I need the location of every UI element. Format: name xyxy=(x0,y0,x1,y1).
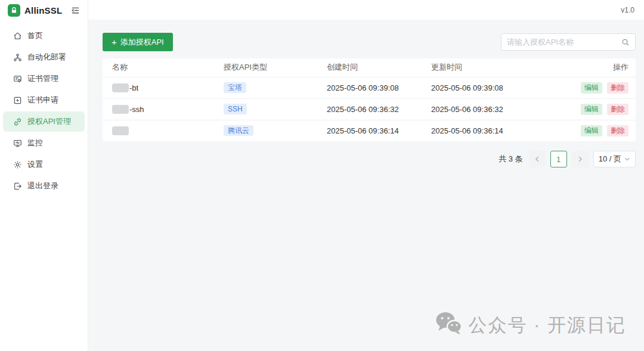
watermark: 公众号 · 开源日记 xyxy=(435,311,626,340)
table-row: -bt 宝塔 2025-05-06 09:39:08 2025-05-06 09… xyxy=(103,77,636,98)
sidebar-item-monitor[interactable]: 监控 xyxy=(0,132,88,154)
edit-button[interactable]: 编辑 xyxy=(581,125,602,136)
auth-api-table-card: 名称 授权API类型 创建时间 更新时间 操作 -bt 宝塔 2025-05-0… xyxy=(103,58,636,141)
sidebar-item-label: 首页 xyxy=(27,30,43,41)
deploy-icon xyxy=(13,52,22,62)
home-icon xyxy=(13,31,22,41)
pagination-total: 共 3 条 xyxy=(499,154,522,164)
main-area: v1.0 + 添加授权API xyxy=(88,0,644,351)
sidebar-item-label: 自动化部署 xyxy=(27,52,66,63)
type-badge: SSH xyxy=(224,104,247,114)
updated-cell: 2025-05-06 09:36:32 xyxy=(431,98,540,120)
sidebar-item-cert-apply[interactable]: 证书申请 xyxy=(0,89,88,111)
created-cell: 2025-05-06 09:36:32 xyxy=(327,98,431,120)
sidebar-item-label: 证书申请 xyxy=(27,95,58,105)
updated-cell: 2025-05-06 09:36:14 xyxy=(431,120,540,141)
type-cell: 宝塔 xyxy=(224,77,327,98)
actions-cell: 编辑删除 xyxy=(540,120,636,141)
watermark-text: 公众号 · 开源日记 xyxy=(468,313,626,338)
type-cell: SSH xyxy=(224,98,327,120)
sidebar-item-logout[interactable]: 退出登录 xyxy=(0,175,88,197)
sidebar-item-api-manage[interactable]: 授权API管理 xyxy=(3,111,85,132)
app-title: AllinSSL xyxy=(24,5,66,15)
column-header-created: 创建时间 xyxy=(327,58,431,77)
sidebar: AllinSSL 首页 自动化部署 证书 xyxy=(0,0,88,351)
sidebar-item-home[interactable]: 首页 xyxy=(0,25,88,46)
sidebar-item-label: 设置 xyxy=(27,159,43,170)
column-header-type: 授权API类型 xyxy=(224,58,327,77)
column-header-actions: 操作 xyxy=(540,58,636,77)
top-bar: v1.0 xyxy=(88,0,644,20)
cert-apply-icon xyxy=(13,95,22,105)
sidebar-item-settings[interactable]: 设置 xyxy=(0,154,88,175)
delete-button[interactable]: 删除 xyxy=(607,104,628,115)
pagination-next-button[interactable] xyxy=(572,151,589,167)
delete-button[interactable]: 删除 xyxy=(607,125,628,136)
pagination-page-1[interactable]: 1 xyxy=(550,151,567,167)
app-logo-icon xyxy=(8,4,20,17)
edit-button[interactable]: 编辑 xyxy=(581,104,602,115)
type-badge: 腾讯云 xyxy=(224,125,253,136)
chevron-down-icon xyxy=(624,156,630,162)
name-cell xyxy=(103,120,224,141)
created-cell: 2025-05-06 09:36:14 xyxy=(327,120,431,141)
add-auth-api-button[interactable]: + 添加授权API xyxy=(103,33,173,51)
monitor-icon xyxy=(13,138,22,148)
redacted-text xyxy=(112,105,129,114)
content-area: + 添加授权API 名称 xyxy=(88,20,644,351)
created-cell: 2025-05-06 09:39:08 xyxy=(327,77,431,98)
search-icon[interactable] xyxy=(621,38,630,46)
sidebar-nav: 首页 自动化部署 证书管理 证书申请 xyxy=(0,25,88,197)
sidebar-item-label: 授权API管理 xyxy=(27,116,71,127)
updated-cell: 2025-05-06 09:39:08 xyxy=(431,77,540,98)
plus-icon: + xyxy=(112,38,117,46)
api-manage-icon xyxy=(13,117,22,126)
name-text: -ssh xyxy=(129,105,144,114)
column-header-name: 名称 xyxy=(103,58,224,77)
toolbar: + 添加授权API xyxy=(103,33,636,51)
delete-button[interactable]: 删除 xyxy=(607,82,628,94)
page-size-select[interactable]: 10 / 页 xyxy=(593,151,636,167)
name-cell: -bt xyxy=(103,77,224,98)
app-window: AllinSSL 首页 自动化部署 证书 xyxy=(0,0,644,351)
column-header-updated: 更新时间 xyxy=(431,58,540,77)
sidebar-collapse-icon[interactable] xyxy=(70,5,80,15)
sidebar-item-label: 证书管理 xyxy=(27,73,58,84)
sidebar-item-label: 退出登录 xyxy=(27,181,58,191)
pagination-prev-button[interactable] xyxy=(529,151,546,167)
sidebar-item-cert-manage[interactable]: 证书管理 xyxy=(0,68,88,89)
cert-manage-icon xyxy=(13,74,22,83)
wechat-icon xyxy=(435,311,462,340)
table-row: -ssh SSH 2025-05-06 09:36:32 2025-05-06 … xyxy=(103,98,636,120)
sidebar-item-label: 监控 xyxy=(27,138,43,148)
add-auth-api-button-label: 添加授权API xyxy=(120,37,164,48)
edit-button[interactable]: 编辑 xyxy=(581,82,602,94)
logout-icon xyxy=(13,181,22,191)
search-input[interactable] xyxy=(507,38,621,46)
search-box xyxy=(501,33,636,51)
actions-cell: 编辑删除 xyxy=(540,98,636,120)
auth-api-table: 名称 授权API类型 创建时间 更新时间 操作 -bt 宝塔 2025-05-0… xyxy=(103,58,636,141)
version-label: v1.0 xyxy=(621,6,634,14)
sidebar-item-auto-deploy[interactable]: 自动化部署 xyxy=(0,46,88,68)
redacted-text xyxy=(112,83,129,92)
page-size-value: 10 / 页 xyxy=(599,154,621,164)
actions-cell: 编辑删除 xyxy=(540,77,636,98)
logo-row: AllinSSL xyxy=(0,0,88,20)
table-header-row: 名称 授权API类型 创建时间 更新时间 操作 xyxy=(103,58,636,77)
pagination: 共 3 条 1 10 / 页 xyxy=(103,151,636,167)
name-text: -bt xyxy=(129,83,138,92)
redacted-text xyxy=(112,126,129,135)
type-badge: 宝塔 xyxy=(224,82,246,93)
type-cell: 腾讯云 xyxy=(224,120,327,141)
table-row: 腾讯云 2025-05-06 09:36:14 2025-05-06 09:36… xyxy=(103,120,636,141)
settings-icon xyxy=(13,160,22,169)
name-cell: -ssh xyxy=(103,98,224,120)
